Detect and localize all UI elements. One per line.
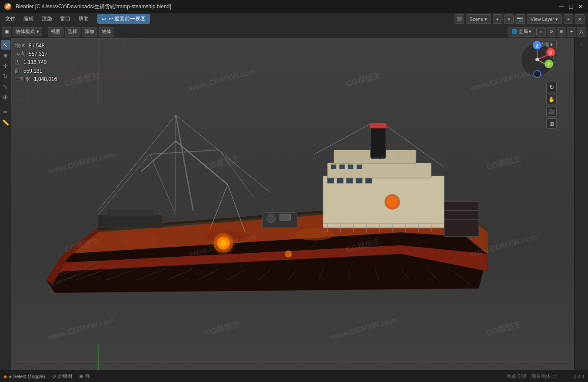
global-dropdown[interactable]: 🌐 全局 ▾	[508, 27, 535, 37]
rotate-tool-icon[interactable]: ↻	[1, 71, 10, 81]
object-label: 物体	[102, 28, 111, 35]
zoom-camera-button[interactable]: 🎥	[546, 106, 557, 117]
viewlayer-chevron-icon: ▾	[555, 17, 558, 22]
transform-icon-1[interactable]: ⟳	[547, 27, 556, 37]
pan-view-button[interactable]: ✋	[546, 94, 557, 104]
svg-rect-16	[365, 178, 372, 183]
move-tool-icon[interactable]: ✛	[1, 61, 10, 70]
svg-line-26	[314, 124, 371, 154]
add-label: 添加	[85, 28, 94, 35]
mouse-right-icon: ◉	[79, 373, 83, 379]
scale-tool-icon[interactable]: ⤡	[1, 82, 10, 91]
transform-icons: ⟳ ⊞ ✦ 八	[547, 27, 586, 37]
svg-line-47	[98, 115, 176, 211]
viewlayer-remove-icon[interactable]: ✕	[575, 14, 585, 24]
object-mode-icon[interactable]: ▣	[2, 27, 11, 37]
face-stat-label: 面	[15, 67, 20, 75]
triangle-stat-label: 三角形	[15, 75, 30, 84]
svg-point-46	[220, 240, 227, 247]
maximize-button[interactable]: □	[567, 3, 575, 10]
right-toolbar: 🌐 全局 ▾ ○ ⟳ ⊞ ✦ 八	[508, 27, 586, 37]
properties-icon[interactable]: ≡	[577, 40, 586, 50]
view-menu-btn[interactable]: 视图	[48, 27, 63, 37]
status-label-3: 件	[85, 373, 90, 379]
statusbar: ● ● Select (Toggle) ⊙ 炉烟图 ◉ 件 地点 0/度（项目物…	[0, 370, 588, 382]
select-tool-icon[interactable]: ↖	[1, 40, 10, 50]
svg-rect-14	[346, 178, 353, 183]
svg-point-2	[8, 4, 10, 7]
proportional-edit-icon[interactable]: ○	[536, 27, 546, 37]
navigation-gizmo[interactable]: Z Y X	[518, 40, 557, 79]
transform-icon-4[interactable]: 八	[577, 27, 586, 37]
mode-selector[interactable]: 物体模式 ▾	[13, 27, 42, 36]
menu-help[interactable]: 帮助	[75, 14, 92, 24]
scene-header: 🎬 Scene ▾ + ✕ 📷 View Layer ▾ + ✕	[455, 13, 588, 25]
separator	[45, 27, 45, 36]
svg-rect-59	[98, 215, 163, 228]
object-stat-label: 物体	[15, 42, 25, 50]
viewlayer-dropdown[interactable]: View Layer ▾	[527, 14, 562, 24]
render-camera-icon[interactable]: 📷	[515, 14, 525, 24]
svg-point-84	[534, 70, 541, 77]
object-stat-value: 8 / 548	[29, 42, 45, 50]
svg-line-52	[219, 150, 254, 198]
svg-line-38	[176, 115, 193, 211]
ship-3d-view	[11, 38, 574, 370]
stats-overlay: 物体 8 / 548 顶点 557,317 边 1,116,740 面 559,…	[15, 42, 57, 84]
svg-point-58	[285, 251, 292, 258]
back-to-view-button[interactable]: ↩ ↩ 返回前一视图	[97, 14, 150, 24]
menu-window[interactable]: 窗口	[56, 14, 74, 24]
minimize-button[interactable]: ─	[558, 3, 565, 10]
svg-line-40	[176, 141, 228, 185]
menu-file[interactable]: 文件	[2, 14, 19, 24]
svg-text:Y: Y	[547, 62, 551, 67]
back-icon: ↩	[102, 16, 106, 22]
scene-dropdown[interactable]: Scene ▾	[466, 14, 491, 24]
annotate-tool-icon[interactable]: ✏	[1, 107, 10, 117]
scene-remove-icon[interactable]: ✕	[504, 14, 514, 24]
titlebar: Blender [C:\Users\CY\Downloads\生锈货轮\tram…	[0, 0, 588, 13]
face-stat-value: 559,131	[23, 67, 42, 75]
grid-view-button[interactable]: ⊞	[546, 118, 557, 129]
svg-rect-18	[331, 164, 336, 169]
object-menu-btn[interactable]: 物体	[99, 27, 114, 37]
viewlayer-add-icon[interactable]: +	[564, 14, 573, 24]
triangle-stat-value: 1,048,016	[34, 75, 57, 84]
vertex-stat-label: 顶点	[15, 50, 25, 58]
transform-icon-2[interactable]: ⊞	[557, 27, 566, 37]
select-menu-btn[interactable]: 选择	[65, 27, 80, 37]
stat-edge-row: 边 1,116,740	[15, 58, 57, 67]
viewport[interactable]: CG模型主 www.CGMXW.com CG模型主 www.CGMXW.com …	[11, 38, 574, 370]
status-info: 地点 0/度（项目物体上）	[507, 373, 560, 379]
svg-rect-15	[356, 178, 362, 183]
svg-point-8	[124, 235, 159, 248]
status-label-2: 炉烟图	[58, 373, 72, 379]
measure-tool-icon[interactable]: 📏	[1, 117, 10, 127]
mode-toolbar: ▣ 物体模式 ▾ 视图 选择 添加 物体 🌐 全局 ▾ ○ ⟳ ⊞ ✦ 八	[0, 25, 588, 38]
add-menu-btn[interactable]: 添加	[82, 27, 97, 37]
svg-rect-23	[371, 124, 386, 159]
global-chevron-icon: ▾	[529, 29, 532, 34]
transform-icon-3[interactable]: ✦	[567, 27, 576, 37]
mouse-icon: ●	[3, 373, 7, 380]
svg-rect-55	[280, 214, 291, 221]
view-label: 视图	[51, 28, 60, 35]
close-button[interactable]: ✕	[577, 3, 585, 10]
right-sidebar: ≡	[574, 38, 588, 370]
menu-edit[interactable]: 编辑	[20, 14, 37, 24]
transform-tool-icon[interactable]: ⊞	[1, 92, 10, 102]
menu-render[interactable]: 渲染	[38, 14, 56, 24]
scene-icon-btn[interactable]: 🎬	[455, 14, 464, 24]
rotate-view-button[interactable]: ↻	[546, 82, 557, 92]
svg-text:X: X	[549, 50, 552, 55]
stat-object-row: 物体 8 / 548	[15, 42, 57, 50]
svg-line-41	[141, 141, 176, 172]
scene-chevron-icon: ▾	[485, 17, 487, 22]
scene-add-icon[interactable]: +	[493, 14, 502, 24]
svg-rect-20	[348, 164, 353, 169]
window-title: Blender [C:\Users\CY\Downloads\生锈货轮\tram…	[16, 3, 558, 10]
mode-label: 物体模式	[16, 28, 35, 35]
cursor-tool-icon[interactable]: ⊕	[1, 50, 10, 60]
svg-text:Z: Z	[536, 43, 539, 48]
svg-rect-12	[327, 178, 334, 183]
